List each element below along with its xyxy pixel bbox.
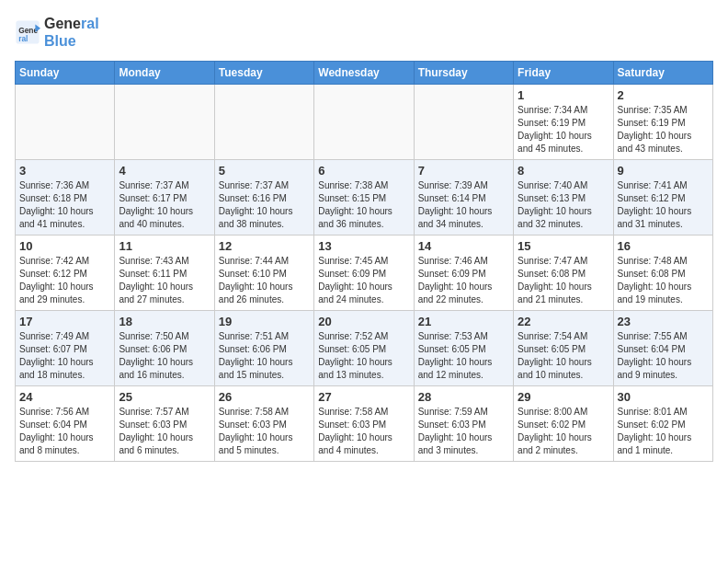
calendar-cell: 11Sunrise: 7:43 AM Sunset: 6:11 PM Dayli…: [115, 236, 214, 311]
calendar-cell: 16Sunrise: 7:48 AM Sunset: 6:08 PM Dayli…: [613, 236, 712, 311]
day-info: Sunrise: 7:59 AM Sunset: 6:03 PM Dayligh…: [418, 406, 509, 457]
day-number: 26: [219, 390, 310, 404]
day-info: Sunrise: 7:49 AM Sunset: 6:07 PM Dayligh…: [19, 330, 110, 382]
day-info: Sunrise: 7:37 AM Sunset: 6:16 PM Dayligh…: [219, 179, 310, 231]
day-number: 18: [119, 315, 210, 328]
day-number: 4: [119, 164, 210, 178]
calendar-cell: 12Sunrise: 7:44 AM Sunset: 6:10 PM Dayli…: [214, 236, 313, 311]
day-number: 21: [418, 315, 509, 328]
day-number: 23: [618, 315, 709, 328]
calendar-week-row: 10Sunrise: 7:42 AM Sunset: 6:12 PM Dayli…: [16, 236, 713, 311]
day-info: Sunrise: 7:42 AM Sunset: 6:12 PM Dayligh…: [19, 255, 110, 306]
day-info: Sunrise: 7:51 AM Sunset: 6:06 PM Dayligh…: [219, 330, 310, 382]
day-number: 10: [19, 239, 110, 253]
weekday-header-thursday: Thursday: [414, 62, 513, 85]
calendar-cell: 4Sunrise: 7:37 AM Sunset: 6:17 PM Daylig…: [115, 160, 214, 236]
calendar-cell: 6Sunrise: 7:38 AM Sunset: 6:15 PM Daylig…: [314, 160, 414, 236]
day-number: 24: [19, 390, 110, 404]
day-number: 28: [418, 390, 509, 404]
weekday-header-tuesday: Tuesday: [214, 62, 313, 85]
day-info: Sunrise: 7:34 AM Sunset: 6:19 PM Dayligh…: [518, 104, 609, 155]
weekday-header-saturday: Saturday: [613, 62, 712, 85]
page-header: Gene ral GeneralBlue: [15, 15, 713, 50]
day-number: 13: [318, 239, 409, 253]
day-number: 14: [418, 239, 509, 253]
calendar-cell: [314, 85, 414, 160]
day-number: 22: [518, 315, 609, 328]
day-number: 3: [19, 164, 110, 178]
day-info: Sunrise: 7:57 AM Sunset: 6:03 PM Dayligh…: [119, 406, 210, 457]
calendar-cell: 22Sunrise: 7:54 AM Sunset: 6:05 PM Dayli…: [514, 311, 613, 386]
day-number: 6: [318, 164, 409, 178]
day-number: 29: [518, 390, 609, 404]
calendar-table: SundayMondayTuesdayWednesdayThursdayFrid…: [15, 61, 713, 462]
day-info: Sunrise: 7:53 AM Sunset: 6:05 PM Dayligh…: [418, 330, 509, 382]
logo-text: GeneralBlue: [44, 15, 99, 50]
day-number: 1: [518, 88, 609, 102]
day-info: Sunrise: 7:47 AM Sunset: 6:08 PM Dayligh…: [518, 255, 609, 306]
calendar-cell: 24Sunrise: 7:56 AM Sunset: 6:04 PM Dayli…: [16, 386, 115, 462]
day-info: Sunrise: 7:52 AM Sunset: 6:05 PM Dayligh…: [318, 330, 409, 382]
day-number: 12: [219, 239, 310, 253]
calendar-cell: 14Sunrise: 7:46 AM Sunset: 6:09 PM Dayli…: [414, 236, 513, 311]
day-info: Sunrise: 7:46 AM Sunset: 6:09 PM Dayligh…: [418, 255, 509, 306]
weekday-header-monday: Monday: [115, 62, 214, 85]
calendar-cell: 1Sunrise: 7:34 AM Sunset: 6:19 PM Daylig…: [514, 85, 613, 160]
day-number: 15: [518, 239, 609, 253]
svg-text:ral: ral: [18, 34, 28, 43]
calendar-cell: 13Sunrise: 7:45 AM Sunset: 6:09 PM Dayli…: [314, 236, 414, 311]
day-number: 8: [518, 164, 609, 178]
calendar-cell: [16, 85, 115, 160]
day-info: Sunrise: 7:35 AM Sunset: 6:19 PM Dayligh…: [618, 104, 709, 155]
calendar-cell: 7Sunrise: 7:39 AM Sunset: 6:14 PM Daylig…: [414, 160, 513, 236]
day-info: Sunrise: 8:01 AM Sunset: 6:02 PM Dayligh…: [618, 406, 709, 457]
calendar-week-row: 24Sunrise: 7:56 AM Sunset: 6:04 PM Dayli…: [16, 386, 713, 462]
calendar-cell: 25Sunrise: 7:57 AM Sunset: 6:03 PM Dayli…: [115, 386, 214, 462]
weekday-header-sunday: Sunday: [16, 62, 115, 85]
day-info: Sunrise: 7:45 AM Sunset: 6:09 PM Dayligh…: [318, 255, 409, 306]
logo: Gene ral GeneralBlue: [15, 15, 99, 50]
day-info: Sunrise: 7:37 AM Sunset: 6:17 PM Dayligh…: [119, 179, 210, 231]
day-info: Sunrise: 7:41 AM Sunset: 6:12 PM Dayligh…: [618, 179, 709, 231]
day-info: Sunrise: 7:44 AM Sunset: 6:10 PM Dayligh…: [219, 255, 310, 306]
day-number: 5: [219, 164, 310, 178]
calendar-cell: [414, 85, 513, 160]
calendar-cell: 18Sunrise: 7:50 AM Sunset: 6:06 PM Dayli…: [115, 311, 214, 386]
day-number: 11: [119, 239, 210, 253]
day-info: Sunrise: 7:40 AM Sunset: 6:13 PM Dayligh…: [518, 179, 609, 231]
calendar-cell: [214, 85, 313, 160]
day-info: Sunrise: 7:38 AM Sunset: 6:15 PM Dayligh…: [318, 179, 409, 231]
calendar-cell: 8Sunrise: 7:40 AM Sunset: 6:13 PM Daylig…: [514, 160, 613, 236]
calendar-week-row: 3Sunrise: 7:36 AM Sunset: 6:18 PM Daylig…: [16, 160, 713, 236]
calendar-cell: [115, 85, 214, 160]
day-info: Sunrise: 7:58 AM Sunset: 6:03 PM Dayligh…: [219, 406, 310, 457]
day-info: Sunrise: 7:56 AM Sunset: 6:04 PM Dayligh…: [19, 406, 110, 457]
day-number: 30: [618, 390, 709, 404]
calendar-cell: 21Sunrise: 7:53 AM Sunset: 6:05 PM Dayli…: [414, 311, 513, 386]
day-info: Sunrise: 8:00 AM Sunset: 6:02 PM Dayligh…: [518, 406, 609, 457]
calendar-cell: 5Sunrise: 7:37 AM Sunset: 6:16 PM Daylig…: [214, 160, 313, 236]
calendar-cell: 29Sunrise: 8:00 AM Sunset: 6:02 PM Dayli…: [514, 386, 613, 462]
day-number: 9: [618, 164, 709, 178]
day-info: Sunrise: 7:39 AM Sunset: 6:14 PM Dayligh…: [418, 179, 509, 231]
calendar-cell: 26Sunrise: 7:58 AM Sunset: 6:03 PM Dayli…: [214, 386, 313, 462]
weekday-header-friday: Friday: [514, 62, 613, 85]
day-number: 20: [318, 315, 409, 328]
weekday-header-wednesday: Wednesday: [314, 62, 414, 85]
day-number: 17: [19, 315, 110, 328]
calendar-cell: 30Sunrise: 8:01 AM Sunset: 6:02 PM Dayli…: [613, 386, 712, 462]
logo-icon: Gene ral: [15, 19, 40, 45]
day-info: Sunrise: 7:36 AM Sunset: 6:18 PM Dayligh…: [19, 179, 110, 231]
day-info: Sunrise: 7:58 AM Sunset: 6:03 PM Dayligh…: [318, 406, 409, 457]
day-number: 25: [119, 390, 210, 404]
day-info: Sunrise: 7:55 AM Sunset: 6:04 PM Dayligh…: [618, 330, 709, 382]
day-number: 27: [318, 390, 409, 404]
calendar-cell: 15Sunrise: 7:47 AM Sunset: 6:08 PM Dayli…: [514, 236, 613, 311]
calendar-cell: 17Sunrise: 7:49 AM Sunset: 6:07 PM Dayli…: [16, 311, 115, 386]
calendar-cell: 3Sunrise: 7:36 AM Sunset: 6:18 PM Daylig…: [16, 160, 115, 236]
calendar-week-row: 1Sunrise: 7:34 AM Sunset: 6:19 PM Daylig…: [16, 85, 713, 160]
calendar-week-row: 17Sunrise: 7:49 AM Sunset: 6:07 PM Dayli…: [16, 311, 713, 386]
weekday-header-row: SundayMondayTuesdayWednesdayThursdayFrid…: [16, 62, 713, 85]
calendar-cell: 23Sunrise: 7:55 AM Sunset: 6:04 PM Dayli…: [613, 311, 712, 386]
day-info: Sunrise: 7:54 AM Sunset: 6:05 PM Dayligh…: [518, 330, 609, 382]
